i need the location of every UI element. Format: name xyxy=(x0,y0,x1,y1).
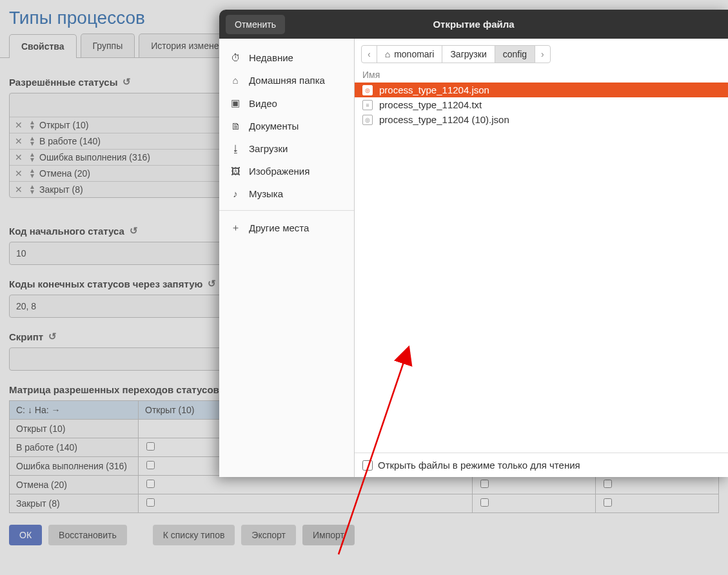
dialog-footer: Открыть файлы в режиме только для чтения xyxy=(355,453,728,477)
sidebar-item-recent[interactable]: ⏱ Недавние xyxy=(219,46,354,69)
export-button[interactable]: Экспорт xyxy=(241,525,296,545)
sort-arrows[interactable]: ▲▼ xyxy=(28,120,37,130)
matrix-row-header: Открыт (10) xyxy=(10,420,139,438)
sidebar-item-label: Изображения xyxy=(249,166,310,177)
sort-arrows[interactable]: ▲▼ xyxy=(28,184,37,195)
tab-groups[interactable]: Группы xyxy=(81,34,135,57)
sidebar-item-images[interactable]: 🖼 Изображения xyxy=(219,160,354,182)
sidebar-item-other[interactable]: ＋ Другие места xyxy=(219,216,354,240)
sort-arrows[interactable]: ▲▼ xyxy=(28,168,37,179)
reset-icon[interactable]: ↺ xyxy=(48,331,57,342)
images-icon: 🖼 xyxy=(230,166,241,177)
matrix-row-header: Отмена (20) xyxy=(10,476,139,494)
sidebar-item-label: Домашняя папка xyxy=(249,75,325,86)
status-label: Отмена (20) xyxy=(39,168,90,179)
remove-icon[interactable]: ✕ xyxy=(15,136,25,146)
status-label: Закрыт (8) xyxy=(39,184,83,195)
status-label: В работе (140) xyxy=(39,136,101,146)
matrix-row-header: Закрыт (8) xyxy=(10,494,139,513)
dialog-header: Отменить Открытие файла xyxy=(219,10,728,39)
music-icon: ♪ xyxy=(230,188,241,199)
file-name: process_type_11204.json xyxy=(379,84,489,95)
matrix-row-header: Ошибка выполнения (316) xyxy=(10,457,139,476)
matrix-checkbox[interactable] xyxy=(604,480,612,488)
breadcrumb-segment[interactable]: Загрузки xyxy=(442,45,495,63)
status-label: Открыт (10) xyxy=(39,120,88,130)
reset-icon[interactable]: ↺ xyxy=(123,76,131,88)
sidebar-item-label: Загрузки xyxy=(249,143,288,154)
matrix-checkbox[interactable] xyxy=(604,498,612,507)
sidebar-item-downloads[interactable]: ⭳ Загрузки xyxy=(219,137,354,160)
reset-icon[interactable]: ↺ xyxy=(130,225,138,237)
sort-arrows[interactable]: ▲▼ xyxy=(28,136,37,146)
breadcrumb-segment: monomari xyxy=(394,49,434,59)
remove-icon[interactable]: ✕ xyxy=(15,168,25,179)
label-text: Разрешённые статусы xyxy=(9,77,117,88)
file-row[interactable]: ≡ process_type_11204.txt xyxy=(355,97,728,112)
sidebar-item-label: Музыка xyxy=(249,188,283,199)
matrix-checkbox[interactable] xyxy=(146,498,155,507)
file-row[interactable]: ◎ process_type_11204.json xyxy=(355,83,728,97)
file-name: process_type_11204.txt xyxy=(379,99,482,110)
ok-button[interactable]: ОК xyxy=(9,525,42,545)
file-open-dialog: Отменить Открытие файла ⏱ Недавние ⌂ Дом… xyxy=(219,10,728,477)
sort-arrows[interactable]: ▲▼ xyxy=(28,152,37,162)
sidebar-item-video[interactable]: ▣ Видео xyxy=(219,92,354,115)
sidebar-item-documents[interactable]: 🗎 Документы xyxy=(219,115,354,137)
status-label: Ошибка выполнения (316) xyxy=(39,152,150,162)
dialog-title: Открытие файла xyxy=(433,19,514,30)
dialog-sidebar: ⏱ Недавние ⌂ Домашняя папка ▣ Видео 🗎 До… xyxy=(219,39,355,477)
matrix-checkbox[interactable] xyxy=(146,442,155,451)
reset-icon[interactable]: ↺ xyxy=(208,278,216,289)
home-icon: ⌂ xyxy=(385,49,390,59)
matrix-checkbox[interactable] xyxy=(146,461,155,469)
breadcrumb-home[interactable]: ⌂ monomari xyxy=(377,45,443,63)
sidebar-item-label: Другие места xyxy=(249,222,309,233)
breadcrumb: ‹ ⌂ monomari Загрузки config › xyxy=(355,39,728,68)
sidebar-item-label: Недавние xyxy=(249,52,293,63)
remove-icon[interactable]: ✕ xyxy=(15,184,25,195)
readonly-label: Открыть файлы в режиме только для чтения xyxy=(378,460,580,471)
sidebar-item-home[interactable]: ⌂ Домашняя папка xyxy=(219,69,354,92)
clock-icon: ⏱ xyxy=(230,52,241,63)
file-icon: ≡ xyxy=(362,100,373,110)
breadcrumb-back[interactable]: ‹ xyxy=(361,45,377,63)
breadcrumb-forward[interactable]: › xyxy=(535,45,551,63)
matrix-checkbox[interactable] xyxy=(146,480,155,488)
sidebar-item-label: Документы xyxy=(249,121,299,132)
matrix-row-header: В работе (140) xyxy=(10,438,139,457)
button-row: ОК Восстановить К списку типов Экспорт И… xyxy=(9,525,719,545)
breadcrumb-segment-active[interactable]: config xyxy=(495,45,535,63)
file-list: ◎ process_type_11204.json ≡ process_type… xyxy=(355,83,728,453)
sidebar-divider xyxy=(219,210,354,211)
remove-icon[interactable]: ✕ xyxy=(15,120,25,130)
sidebar-item-label: Видео xyxy=(249,98,277,109)
home-icon: ⌂ xyxy=(230,75,241,86)
file-row[interactable]: ◎ process_type_11204 (10).json xyxy=(355,112,728,127)
label-text: Матрица разрешенных переходов статусов xyxy=(9,384,219,395)
to-list-button[interactable]: К списку типов xyxy=(153,525,235,545)
plus-icon: ＋ xyxy=(230,222,241,234)
file-icon: ◎ xyxy=(362,115,373,125)
import-button[interactable]: Импорт xyxy=(302,525,355,545)
sidebar-item-music[interactable]: ♪ Музыка xyxy=(219,182,354,205)
readonly-checkbox[interactable] xyxy=(362,460,373,471)
video-icon: ▣ xyxy=(230,97,241,109)
label-text: Код начального статуса xyxy=(9,226,124,237)
restore-button[interactable]: Восстановить xyxy=(48,525,127,545)
file-name: process_type_11204 (10).json xyxy=(379,114,509,125)
tab-properties[interactable]: Свойства xyxy=(9,34,77,58)
file-list-header: Имя xyxy=(355,68,728,83)
matrix-checkbox[interactable] xyxy=(480,480,489,488)
remove-icon[interactable]: ✕ xyxy=(15,152,25,162)
matrix-corner: С: ↓ На: → xyxy=(10,401,139,420)
file-icon: ◎ xyxy=(362,85,373,95)
cancel-button[interactable]: Отменить xyxy=(226,15,285,34)
download-icon: ⭳ xyxy=(230,143,241,154)
label-text: Скрипт xyxy=(9,331,43,342)
matrix-checkbox[interactable] xyxy=(480,498,489,507)
dialog-main: ‹ ⌂ monomari Загрузки config › Имя ◎ pro… xyxy=(355,39,728,477)
label-text: Коды конечных статусов через запятую xyxy=(9,278,202,289)
documents-icon: 🗎 xyxy=(230,121,241,132)
